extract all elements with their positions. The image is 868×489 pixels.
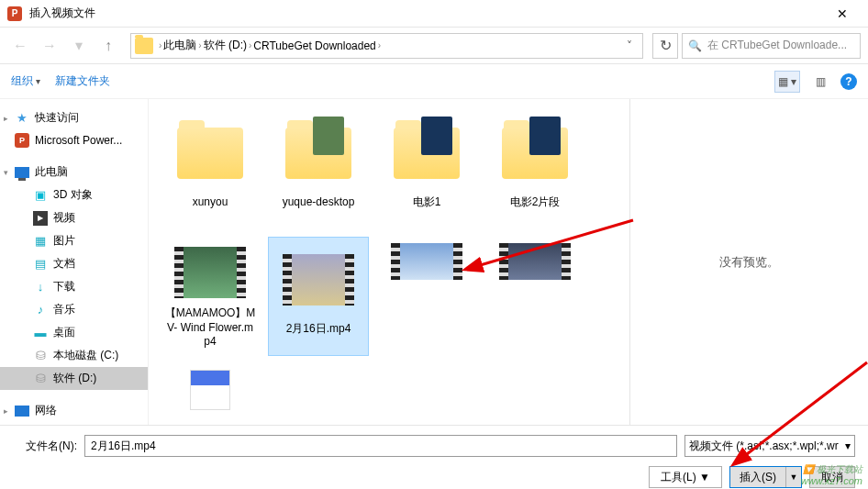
sidebar-item-label: 此电脑 <box>35 164 68 180</box>
breadcrumb-sep-icon: › <box>198 40 201 50</box>
sidebar-item[interactable]: ▬桌面 <box>0 321 148 344</box>
file-item[interactable]: 2月16日.mp4 <box>268 237 369 356</box>
sidebar-item[interactable]: ▸★快速访问 <box>0 106 148 129</box>
organize-menu[interactable]: 组织 <box>11 73 40 89</box>
sidebar-item[interactable]: ▣3D 对象 <box>0 183 148 206</box>
sidebar-item-label: 软件 (D:) <box>53 371 96 386</box>
sidebar-item-label: 桌面 <box>53 325 75 340</box>
net-icon <box>15 406 29 417</box>
file-item[interactable]: xunyou <box>160 110 261 229</box>
sidebar-item[interactable]: ▸网络 <box>0 399 148 422</box>
file-item[interactable] <box>376 237 477 283</box>
close-button[interactable]: ✕ <box>824 0 861 28</box>
sidebar-item[interactable]: ↓下载 <box>0 275 148 298</box>
file-item[interactable]: 电影2片段 <box>484 110 585 229</box>
file-thumb <box>173 370 247 410</box>
file-label: 2月16日.mp4 <box>286 322 351 337</box>
pic-icon: ▦ <box>33 234 48 249</box>
breadcrumb-sep-icon: › <box>378 40 381 50</box>
chevron-down-icon: ▼ <box>699 471 710 483</box>
star-icon: ★ <box>15 111 29 126</box>
expand-icon[interactable]: ▾ <box>4 168 8 177</box>
sidebar-item-label: 文档 <box>53 256 75 272</box>
file-thumb <box>173 117 247 190</box>
sidebar-item[interactable]: ♪音乐 <box>0 298 148 321</box>
sidebar-item-label: 本地磁盘 (C:) <box>53 348 118 363</box>
file-type-filter[interactable]: 视频文件 (*.asf;*.asx;*.wpl;*.wr ▾ <box>684 435 855 457</box>
file-label: xunyou <box>193 195 228 210</box>
insert-dropdown-icon[interactable]: ▼ <box>786 472 801 482</box>
view-preview-button[interactable]: ▥ <box>807 71 833 93</box>
file-thumb <box>498 117 572 190</box>
watermark: 🔽 极光下载站 www.xz7.com <box>801 464 862 487</box>
view-thumbnails-button[interactable]: ▦ ▾ <box>774 71 800 93</box>
file-thumb <box>282 117 355 190</box>
nav-up-button[interactable]: ↑ <box>95 33 121 59</box>
disk-icon: ⛁ <box>33 372 48 386</box>
file-label: 电影2片段 <box>510 195 561 210</box>
sidebar-item[interactable]: ▾此电脑 <box>0 161 148 183</box>
expand-icon[interactable]: ▸ <box>4 114 8 123</box>
breadcrumb-folder-icon <box>135 38 153 54</box>
tools-label: 工具(L) <box>661 470 696 485</box>
breadcrumb-segment[interactable]: CRTubeGet Downloaded <box>253 39 375 52</box>
breadcrumb[interactable]: › 此电脑 › 软件 (D:) › CRTubeGet Downloaded ›… <box>130 33 643 59</box>
sidebar-item[interactable]: ⛁软件 (D:) <box>0 367 148 390</box>
breadcrumb-dropdown-icon[interactable]: ˅ <box>620 39 639 52</box>
insert-button[interactable]: 插入(S) ▼ <box>729 466 802 488</box>
nav-recent-button[interactable]: ▾ <box>66 33 92 59</box>
file-label: yuque-desktop <box>283 195 355 210</box>
file-label: 【MAMAMOO】MV- Wind Flower.mp4 <box>164 306 256 350</box>
breadcrumb-segment[interactable]: 此电脑 <box>163 38 196 53</box>
help-button[interactable]: ? <box>840 73 857 90</box>
sidebar-item-label: 下载 <box>53 279 75 295</box>
disk-icon: ⛁ <box>33 349 48 363</box>
breadcrumb-sep-icon: › <box>159 40 161 50</box>
music-icon: ♪ <box>33 303 48 317</box>
insert-label: 插入(S) <box>730 467 786 487</box>
sidebar-item[interactable]: ▶视频 <box>0 206 148 229</box>
3d-icon: ▣ <box>33 188 48 203</box>
breadcrumb-segment[interactable]: 软件 (D:) <box>204 38 247 53</box>
search-input[interactable]: 🔍 在 CRTubeGet Downloade... <box>682 33 861 59</box>
sidebar-item-label: 网络 <box>35 403 57 418</box>
new-folder-button[interactable]: 新建文件夹 <box>55 73 110 89</box>
sidebar-item-label: 视频 <box>53 210 75 226</box>
preview-pane: 没有预览。 <box>629 99 868 425</box>
pp-icon: P <box>15 133 29 148</box>
filename-input[interactable] <box>84 435 677 457</box>
file-thumb <box>390 117 463 190</box>
filter-text: 视频文件 (*.asf;*.asx;*.wpl;*.wr <box>689 439 839 454</box>
preview-text: 没有预览。 <box>719 254 779 271</box>
file-item[interactable]: 电影1 <box>376 110 477 229</box>
sidebar: ▸★快速访问PMicrosoft Power...▾此电脑▣3D 对象▶视频▦图… <box>0 99 149 425</box>
title-bar: P 插入视频文件 ✕ <box>0 0 868 28</box>
breadcrumb-sep-icon: › <box>249 40 251 50</box>
file-item[interactable] <box>160 363 261 409</box>
file-item[interactable] <box>484 237 585 283</box>
app-icon: P <box>7 6 22 21</box>
file-item[interactable]: yuque-desktop <box>268 110 369 229</box>
desk-icon: ▬ <box>33 326 48 340</box>
sidebar-item[interactable]: PMicrosoft Power... <box>0 129 148 151</box>
file-item[interactable]: 【MAMAMOO】MV- Wind Flower.mp4 <box>160 237 261 356</box>
sidebar-item[interactable]: ⛁本地磁盘 (C:) <box>0 344 148 367</box>
sidebar-item-label: 图片 <box>53 233 75 249</box>
nav-forward-button[interactable]: → <box>37 33 62 59</box>
sidebar-item-label: 3D 对象 <box>53 187 93 203</box>
nav-bar: ← → ▾ ↑ › 此电脑 › 软件 (D:) › CRTubeGet Down… <box>0 28 868 64</box>
chevron-down-icon: ▾ <box>845 439 851 452</box>
sidebar-item[interactable]: ▤文档 <box>0 252 148 275</box>
sidebar-item[interactable]: ▦图片 <box>0 229 148 252</box>
refresh-button[interactable]: ↻ <box>652 33 678 59</box>
file-thumb <box>173 243 247 301</box>
file-label: 电影1 <box>413 195 441 210</box>
search-placeholder: 在 CRTubeGet Downloade... <box>707 38 847 53</box>
nav-back-button[interactable]: ← <box>7 33 33 59</box>
file-thumb <box>498 243 572 280</box>
doc-icon: ▤ <box>33 257 48 272</box>
filename-label: 文件名(N): <box>13 439 77 454</box>
expand-icon[interactable]: ▸ <box>4 406 8 416</box>
tools-button[interactable]: 工具(L) ▼ <box>649 466 722 488</box>
file-list[interactable]: xunyouyuque-desktop电影1电影2片段【MAMAMOO】MV- … <box>149 99 629 425</box>
